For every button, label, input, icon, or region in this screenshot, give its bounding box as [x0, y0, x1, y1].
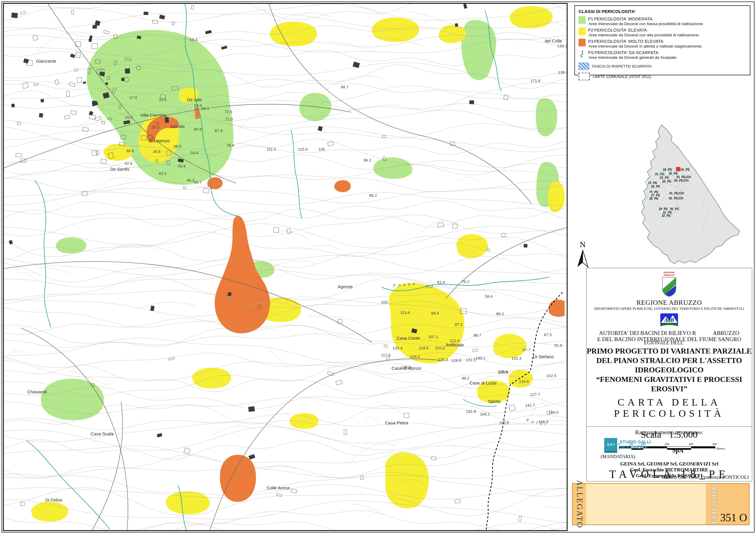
svg-text:119.9: 119.9 [419, 346, 428, 350]
svg-text:36.9: 36.9 [173, 144, 181, 148]
svg-text:Casa Pietra: Casa Pietra [385, 420, 408, 425]
svg-text:113.4: 113.4 [400, 310, 410, 315]
svg-text:101.3: 101.3 [511, 356, 522, 360]
svg-text:Colle Arena: Colle Arena [267, 485, 290, 490]
svg-text:130.1: 130.1 [475, 356, 485, 360]
svg-text:Casa Conte: Casa Conte [397, 335, 420, 340]
svg-text:115.5: 115.5 [298, 147, 308, 151]
svg-text:Di Stefano: Di Stefano [533, 354, 554, 359]
regione-abruzzo-logo: REGIONE ABRUZZO [659, 271, 680, 297]
svg-text:136.4: 136.4 [558, 70, 568, 75]
p2-code: P2 [588, 28, 593, 33]
svg-text:60.9: 60.9 [194, 127, 202, 131]
svg-text:134.3: 134.3 [557, 44, 567, 48]
legend-item-p3: P3PERICOLOSITA' MOLTO ELEVATA Aree inter… [579, 39, 746, 48]
p3-name: PERICOLOSITA' MOLTO ELEVATA [594, 39, 663, 44]
svg-text:91.8: 91.8 [554, 343, 562, 348]
svg-text:130.4: 130.4 [392, 346, 402, 350]
svg-text:Di Felice: Di Felice [45, 497, 62, 502]
svg-text:124.8: 124.8 [519, 379, 529, 384]
svg-text:24_PE: 24_PE [662, 179, 671, 183]
allegato-strip: ALLEGATO [573, 484, 586, 524]
svg-text:149.0: 149.0 [548, 410, 558, 415]
svg-text:86.2: 86.2 [369, 193, 377, 198]
svg-text:26.6: 26.6 [153, 149, 160, 154]
svg-text:Spirito: Spirito [488, 399, 500, 404]
team-heading: Raggruppamento temporaneo: [591, 429, 748, 436]
limite-label: LIMITE COMUNALE (ISTAT 2011) [593, 74, 651, 79]
studio-galli-logo: S G I STUDIO GALLI INGEGNERIA [604, 438, 651, 453]
svg-text:28_PE: 28_PE [649, 197, 659, 200]
legend-item-p1: P1PERICOLOSITA' MODERATA Aree interessat… [579, 16, 746, 26]
legend-item-fascia: FASCIA DI RISPETTO SCARPATA [579, 63, 746, 70]
legend-item-p2: P2PERICOLOSITA' ELEVATA Aree interessate… [579, 27, 746, 37]
regione-name: REGIONE ABRUZZO [586, 299, 752, 307]
svg-text:30_PE: 30_PE [670, 207, 679, 211]
svg-text:67.4: 67.4 [215, 128, 223, 133]
ps-name: PERICOLOSITA' DA SCARPATA [594, 50, 658, 55]
map-title: CARTA DELLA PERICOLOSITÀ [586, 397, 752, 419]
map-sheet: { "legend": { "title": "CLASSI DI PERICO… [0, 0, 756, 534]
authority-title: AUTORITA' DEI BACINI DI RILIEVO R ABRUZZ… [586, 330, 752, 342]
svg-text:72.5: 72.5 [225, 110, 232, 114]
ps-code: PS [588, 50, 594, 55]
svg-text:Villa Carmine: Villa Carmine [140, 113, 167, 118]
svg-text:171.8: 171.8 [530, 79, 540, 83]
legend-item-limite: LIMITE COMUNALE (ISTAT 2011) [579, 73, 746, 80]
p2-name: PERICOLOSITA' ELEVATA [594, 28, 647, 33]
svg-text:De Santis: De Santis [110, 167, 129, 172]
svg-text:117.8: 117.8 [381, 353, 391, 358]
svg-text:13.3: 13.3 [190, 38, 197, 42]
adb-authority-logo: AdB [660, 313, 679, 329]
svg-text:107.1: 107.1 [428, 334, 438, 339]
svg-text:72.0: 72.0 [225, 117, 233, 121]
p1-swatch [579, 16, 586, 24]
svg-text:87.7: 87.7 [523, 348, 530, 352]
topographic-map: 17.032.513.354.950.172.572.018.625.360.9… [3, 3, 568, 531]
svg-text:184.1: 184.1 [480, 412, 490, 416]
svg-text:18_PE: 18_PE [663, 168, 672, 171]
p1-code: P1 [588, 16, 593, 21]
project-title: PRIMO PROGETTO DI VARIANTE PARZIALE DEL … [586, 346, 752, 394]
p2-description: Aree interessate da Dissesti con alta po… [588, 33, 700, 37]
svg-text:34_PE/CH: 34_PE/CH [674, 179, 689, 182]
ps-description: Aree interessate da Dissesti generati da… [588, 55, 677, 60]
svg-text:124.4: 124.4 [410, 355, 420, 359]
spa-label: SpA [672, 447, 684, 454]
svg-text:43.3: 43.3 [159, 171, 166, 176]
svg-text:48.2: 48.2 [462, 376, 469, 380]
legend-item-ps: PSPERICOLOSITA' DA SCARPATA Aree interes… [579, 50, 746, 60]
p1-description: Aree interessate da Dissesti con bassa p… [588, 21, 704, 26]
p3-code: P3 [588, 39, 593, 44]
footer-middle-strip [586, 484, 706, 524]
svg-text:54.9: 54.9 [190, 151, 198, 155]
foglio-label: FOGLIO [709, 486, 719, 524]
svg-text:20_PE: 20_PE [669, 172, 678, 175]
svg-text:81.4: 81.4 [437, 280, 445, 284]
svg-text:105: 105 [318, 147, 325, 151]
svg-text:72.2: 72.2 [425, 284, 433, 289]
title-block: REGIONE ABRUZZO REGIONE ABRUZZO DIPARTIM… [586, 268, 752, 481]
sgi-logo-icon: S G I [604, 438, 617, 453]
ps-scarp-line-swatch [579, 50, 586, 58]
svg-text:Avicolo: Avicolo [170, 124, 185, 129]
svg-text:88.4: 88.4 [431, 311, 439, 315]
map-canvas: 17.032.513.354.950.172.572.018.625.360.9… [3, 3, 568, 531]
svg-text:88.7: 88.7 [341, 85, 348, 89]
p3-description: Aree interessate da Dissesti in attività… [588, 44, 703, 48]
gis-credit: Tecnico GIS: Geol. Francesca FONTICOLI [661, 474, 749, 480]
svg-text:54.9: 54.9 [194, 103, 202, 108]
svg-text:76.2: 76.2 [462, 280, 469, 284]
svg-text:Chiavaroli: Chiavaroli [27, 389, 47, 394]
department-line: DIPARTIMENTO OPERE PUBBLICHE, GOVERNO DE… [586, 307, 752, 310]
legend: CLASSI DI PERICOLOSITA' P1PERICOLOSITA' … [574, 5, 750, 75]
adb-logo-icon: AdB [660, 313, 679, 328]
svg-text:19_PE: 19_PE [680, 168, 690, 171]
p3-swatch [579, 39, 586, 46]
svg-text:25_PE: 25_PE [651, 185, 660, 188]
svg-text:32.5: 32.5 [159, 97, 167, 102]
svg-text:Casa di Atonzo: Casa di Atonzo [392, 366, 421, 371]
north-label: N [571, 240, 594, 249]
svg-text:del Colle: del Colle [545, 39, 562, 43]
fascia-label: FASCIA DI RISPETTO SCARPATA [592, 64, 652, 68]
